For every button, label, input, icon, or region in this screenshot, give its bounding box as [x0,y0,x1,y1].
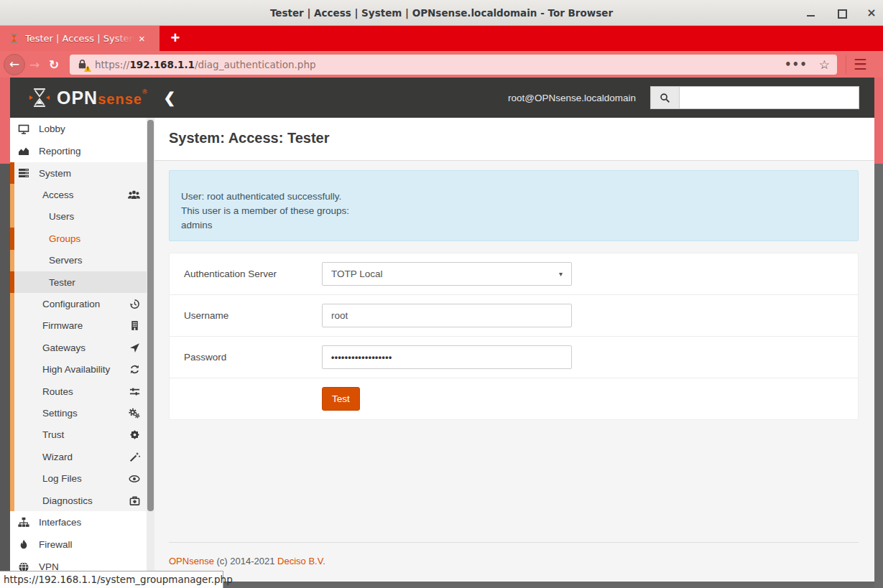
sidebar-item-interfaces[interactable]: Interfaces [10,511,147,533]
building-icon [129,320,140,331]
history-icon [129,299,140,309]
sidebar: Lobby Reporting System [10,118,147,582]
eye-icon [129,474,140,484]
sidebar-item-routes[interactable]: Routes [14,381,147,402]
screen: Tester | Access | System | OPNsense.loca… [0,0,883,588]
tab-title: Tester | Access | System [25,33,134,44]
sidebar-item-lobby[interactable]: Lobby [10,118,147,140]
page-title: System: Access: Tester [169,130,329,146]
browser-toolbar: ← → ↻ https://192.168.1.1/diag_authentic… [0,51,883,78]
main-content: System: Access: Tester User: root authen… [154,118,874,582]
window-title: Tester | Access | System | OPNsense.loca… [270,7,613,19]
test-button[interactable]: Test [322,387,360,411]
back-button[interactable]: ← [4,54,25,75]
sidebar-item-groups[interactable]: Groups [14,228,147,249]
forward-button[interactable]: → [25,57,44,72]
title-band: System: Access: Tester [154,118,874,161]
form-row-auth-server: Authentication Server TOTP Local ▾ [170,253,858,295]
form-row-password: Password [170,337,858,378]
logged-in-user[interactable]: root@OPNsense.localdomain [508,93,636,103]
alert-line: User: root authenticated successfully. [181,190,846,204]
sidebar-item-trust[interactable]: Trust [14,424,147,446]
desktop-icon [17,123,29,135]
auth-server-select[interactable]: TOTP Local ▾ [322,262,572,286]
sliders-icon [129,386,140,397]
alert-line: admins [181,218,846,233]
location-arrow-icon [129,342,140,353]
close-window-button[interactable]: × [866,7,877,19]
sidebar-item-gateways[interactable]: Gateways [14,337,147,358]
users-icon [128,190,140,200]
copyright-text: (c) 2014-2021 [214,556,277,566]
sidebar-collapse-icon[interactable]: ❮ [164,90,176,105]
sidebar-section-system: System Access Users Groups [10,162,147,511]
sidebar-item-servers[interactable]: Servers [14,250,147,271]
page-viewport: OPNsense® ❮ root@OPNsense.localdomain [10,78,874,582]
form-row-username: Username [170,295,858,337]
sidebar-item-reporting[interactable]: Reporting [10,140,147,162]
fire-icon [17,539,29,551]
bookmark-star-icon[interactable]: ☆ [819,57,830,72]
new-tab-button[interactable]: + [163,26,188,51]
certificate-icon [129,429,140,440]
page-footer: OPNsense (c) 2014-2021 Deciso B.V. [169,542,859,566]
minimize-button[interactable] [805,7,817,19]
deciso-link[interactable]: Deciso B.V. [277,556,325,566]
page-scrollbar-thumb[interactable] [874,164,883,588]
maximize-button[interactable] [836,7,847,19]
sidebar-item-users[interactable]: Users [14,206,147,228]
sidebar-item-system[interactable]: System [14,162,147,184]
auth-server-label: Authentication Server [170,269,322,279]
page-scrollbar-track[interactable] [874,78,883,164]
browser-tab[interactable]: Tester | Access | System × [0,26,160,51]
magic-wand-icon [129,452,140,462]
area-chart-icon [17,146,29,157]
tab-close-icon[interactable]: × [139,33,145,44]
refresh-icon [129,364,140,375]
alert-line: This user is a member of these groups: [181,204,846,218]
sidebar-item-configuration[interactable]: Configuration [14,293,147,314]
page-actions-icon[interactable]: ••• [785,58,808,71]
sidebar-item-high-availability[interactable]: High Availability [14,359,147,381]
tasks-icon [17,167,29,179]
tester-form: Authentication Server TOTP Local ▾ Usern… [169,253,859,420]
window-border-left [0,164,10,588]
opnsense-logo[interactable]: OPNsense® [29,86,148,109]
sidebar-item-log-files[interactable]: Log Files [14,467,147,489]
sidebar-item-diagnostics[interactable]: Diagnostics [14,490,147,511]
search-input[interactable] [680,87,859,108]
url-text: https://192.168.1.1/diag_authentication.… [95,59,316,70]
menu-hamburger-icon[interactable]: ☰ [854,56,867,73]
username-label: Username [170,310,322,321]
app-header: OPNsense® ❮ root@OPNsense.localdomain [10,78,874,118]
sidebar-scrollbar[interactable] [147,118,154,582]
sidebar-item-access[interactable]: Access [14,184,147,205]
search-group [650,86,859,109]
sidebar-item-firmware[interactable]: Firmware [14,315,147,337]
sidebar-item-tester[interactable]: Tester [14,271,147,293]
window-titlebar: Tester | Access | System | OPNsense.loca… [0,0,883,26]
tab-favicon-icon [9,33,19,44]
toolbar-separator [846,55,846,74]
logo-text: OPNsense® [57,89,148,107]
password-field[interactable] [322,345,572,369]
password-label: Password [170,352,322,363]
url-bar[interactable]: https://192.168.1.1/diag_authentication.… [70,55,837,75]
lock-warning-icon[interactable] [77,59,88,70]
sitemap-icon [17,517,29,528]
chevron-down-icon: ▾ [559,270,563,278]
form-row-actions: Test [170,378,858,419]
search-button[interactable] [651,87,680,108]
opnsense-link[interactable]: OPNsense [169,556,214,566]
sidebar-scrollbar-thumb[interactable] [147,120,154,511]
tab-bar: Tester | Access | System × + [0,26,883,51]
sidebar-item-firewall[interactable]: Firewall [10,533,147,556]
link-status-tooltip: https://192.168.1.1/system_groupmanager.… [0,571,223,588]
username-field[interactable] [322,304,572,327]
hourglass-logo-icon [29,86,50,109]
medkit-icon [129,495,140,506]
sidebar-item-settings[interactable]: Settings [14,402,147,424]
window-border-left-top [0,78,10,164]
reload-button[interactable]: ↻ [44,57,64,72]
sidebar-item-wizard[interactable]: Wizard [14,446,147,467]
